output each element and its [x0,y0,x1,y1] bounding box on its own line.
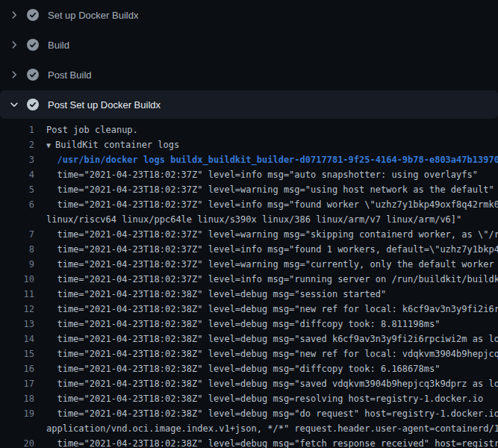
log-line-text: time="2021-04-23T18:02:37Z" level=warnin… [46,227,498,242]
log-line-text[interactable]: ▼ BuildKit container logs [46,137,498,152]
log-line-number[interactable]: 16 [0,361,34,376]
step-label: Set up Docker Buildx [48,10,138,21]
log-line: 14 time="2021-04-23T18:02:38Z" level=deb… [0,332,498,346]
check-circle-icon [27,99,39,111]
log-line-text: time="2021-04-23T18:02:38Z" level=debug … [46,346,498,361]
log-line-text: time="2021-04-23T18:02:38Z" level=debug … [46,332,498,346]
log-line: linux/riscv64 linux/ppc64le linux/s390x … [0,212,498,227]
log-line: 12 time="2021-04-23T18:02:38Z" level=deb… [0,302,498,317]
step-row-post-set-up-docker-buildx[interactable]: Post Set up Docker Buildx [0,90,498,119]
log-line-text: linux/riscv64 linux/ppc64le linux/s390x … [46,212,498,227]
steps-list: Set up Docker Buildx Build Post Build Po… [0,0,498,119]
log-lines: 1Post job cleanup.2▼ BuildKit container … [0,119,498,448]
log-line: 13 time="2021-04-23T18:02:38Z" level=deb… [0,317,498,332]
log-line-number[interactable]: 5 [0,182,34,197]
log-line-number[interactable]: 10 [0,272,34,287]
actions-log-viewer: { "theme": { "page_bg": "#0b0e13", "acti… [0,0,498,448]
step-row-post-build[interactable]: Post Build [0,60,498,90]
check-circle-icon [27,69,39,81]
check-circle-icon [27,39,39,51]
log-line-text: time="2021-04-23T18:02:38Z" level=debug … [46,302,498,317]
log-line-number[interactable]: 6 [0,197,34,212]
step-label: Post Set up Docker Buildx [48,99,161,111]
log-line: 10 time="2021-04-23T18:02:37Z" level=inf… [0,272,498,287]
step-row-build[interactable]: Build [0,30,498,60]
log-line-number[interactable]: 15 [0,346,34,361]
chevron-right-icon[interactable] [9,10,19,20]
log-line-number[interactable]: 12 [0,302,34,317]
log-line-number[interactable]: 7 [0,227,34,242]
log-line-text: time="2021-04-23T18:02:38Z" level=debug … [46,361,498,376]
log-line: 20 time="2021-04-23T18:02:38Z" level=deb… [0,436,498,448]
log-line-number[interactable]: 19 [0,406,34,421]
log-line-text: Post job cleanup. [46,122,498,137]
log-line: application/vnd.oci.image.index.v1+json,… [0,421,498,436]
log-line-text: time="2021-04-23T18:02:37Z" level=info m… [46,272,498,287]
log-line-number[interactable]: 3 [0,152,34,167]
log-line-number[interactable]: 17 [0,376,34,391]
log-line-text: time="2021-04-23T18:02:37Z" level=warnin… [46,257,498,272]
log-line-number[interactable]: 4 [0,167,34,182]
chevron-down-icon[interactable] [9,99,19,110]
log-line-text: time="2021-04-23T18:02:38Z" level=debug … [46,376,498,391]
log-line: 5 time="2021-04-23T18:02:37Z" level=warn… [0,182,498,197]
log-line: 3 /usr/bin/docker logs buildx_buildkit_b… [0,152,498,167]
step-label: Post Build [48,69,92,81]
log-line: 11 time="2021-04-23T18:02:38Z" level=deb… [0,287,498,302]
log-line: 4 time="2021-04-23T18:02:37Z" level=info… [0,167,498,182]
log-line: 1Post job cleanup. [0,122,498,137]
log-line-number[interactable]: 11 [0,287,34,302]
log-line-text: time="2021-04-23T18:02:38Z" level=debug … [46,391,498,406]
log-line: 9 time="2021-04-23T18:02:37Z" level=warn… [0,257,498,272]
log-line-text: time="2021-04-23T18:02:38Z" level=debug … [46,436,498,448]
log-line: 15 time="2021-04-23T18:02:38Z" level=deb… [0,346,498,361]
log-line: 6 time="2021-04-23T18:02:37Z" level=info… [0,197,498,212]
log-line-text: time="2021-04-23T18:02:37Z" level=info m… [46,197,498,212]
step-row-set-up-docker-buildx[interactable]: Set up Docker Buildx [0,0,498,30]
log-line-text: time="2021-04-23T18:02:37Z" level=info m… [46,242,498,257]
log-command-text: /usr/bin/docker logs buildx_buildkit_bui… [46,152,498,167]
log-line-text: time="2021-04-23T18:02:37Z" level=info m… [46,167,498,182]
log-line-text: application/vnd.oci.image.index.v1+json,… [46,421,498,436]
log-line-number [0,421,34,436]
log-line-text: time="2021-04-23T18:02:38Z" level=debug … [46,406,498,421]
step-label: Build [48,40,69,51]
log-line: 19 time="2021-04-23T18:02:38Z" level=deb… [0,406,498,421]
log-line-number[interactable]: 2 [0,137,34,152]
log-line: 2▼ BuildKit container logs [0,137,498,152]
log-line: 7 time="2021-04-23T18:02:37Z" level=warn… [0,227,498,242]
log-line-number[interactable]: 18 [0,391,34,406]
log-line-number[interactable]: 20 [0,436,34,448]
log-line-text: time="2021-04-23T18:02:38Z" level=debug … [46,317,498,332]
log-line: 17 time="2021-04-23T18:02:38Z" level=deb… [0,376,498,391]
log-line: 18 time="2021-04-23T18:02:38Z" level=deb… [0,391,498,406]
log-line: 8 time="2021-04-23T18:02:37Z" level=info… [0,242,498,257]
log-line-number [0,212,34,227]
log-line: 16 time="2021-04-23T18:02:38Z" level=deb… [0,361,498,376]
chevron-right-icon[interactable] [9,40,19,50]
log-line-number[interactable]: 13 [0,317,34,332]
log-line-number[interactable]: 1 [0,122,34,137]
log-line-number[interactable]: 8 [0,242,34,257]
log-group-label[interactable]: BuildKit container logs [55,140,179,150]
log-line-number[interactable]: 14 [0,332,34,346]
log-line-number[interactable]: 9 [0,257,34,272]
check-circle-icon [27,9,39,21]
log-line-text: time="2021-04-23T18:02:38Z" level=debug … [46,287,498,302]
chevron-right-icon[interactable] [9,69,19,80]
log-group-expander-icon[interactable]: ▼ [46,141,55,149]
log-line-text: time="2021-04-23T18:02:37Z" level=warnin… [46,182,498,197]
